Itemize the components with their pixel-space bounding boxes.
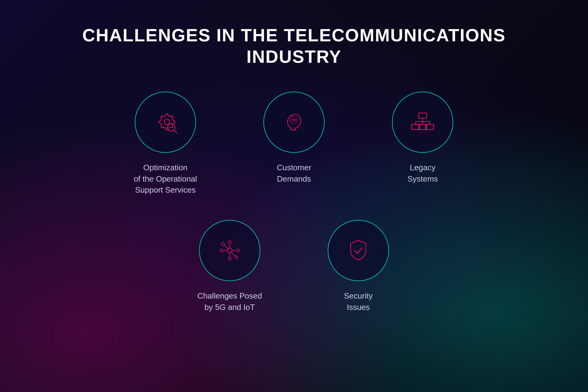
top-row: Optimizationof the OperationalSupport Se…	[132, 92, 456, 195]
challenge-optimization: Optimizationof the OperationalSupport Se…	[132, 92, 199, 195]
challenge-legacy: LegacySystems	[389, 92, 456, 195]
svg-point-26	[221, 242, 224, 245]
svg-line-2	[174, 130, 177, 133]
gear-magnify-icon	[152, 108, 179, 136]
shield-check-icon	[345, 237, 372, 264]
svg-point-15	[227, 248, 232, 253]
circle-customer	[263, 92, 325, 153]
label-customer: CustomerDemands	[277, 162, 311, 184]
main-content: CHALLENGES IN THE TELECOMMUNICATIONS IND…	[0, 0, 588, 392]
svg-rect-6	[419, 113, 427, 118]
molecule-icon	[216, 237, 243, 264]
circle-5g-iot	[199, 220, 260, 281]
svg-point-27	[235, 256, 238, 259]
svg-point-25	[236, 249, 239, 252]
svg-point-3	[290, 116, 297, 124]
svg-point-24	[220, 249, 223, 252]
bottom-row: Challenges Posedby 5G and IoT SecurityIs…	[196, 220, 392, 313]
label-5g-iot: Challenges Posedby 5G and IoT	[197, 290, 262, 313]
challenge-5g-iot: Challenges Posedby 5G and IoT	[196, 220, 263, 313]
network-diagram-icon	[409, 108, 436, 136]
circle-optimization	[135, 92, 196, 153]
label-optimization: Optimizationof the OperationalSupport Se…	[134, 162, 197, 195]
circle-security	[328, 220, 389, 281]
svg-line-20	[224, 245, 228, 249]
challenge-security: SecurityIssues	[325, 220, 392, 313]
circle-legacy	[392, 92, 453, 153]
page-title: CHALLENGES IN THE TELECOMMUNICATIONS IND…	[82, 24, 506, 67]
label-security: SecurityIssues	[344, 290, 373, 313]
title-section: CHALLENGES IN THE TELECOMMUNICATIONS IND…	[82, 24, 506, 67]
svg-line-21	[232, 252, 235, 256]
challenge-customer: CustomerDemands	[260, 92, 328, 195]
svg-point-23	[228, 257, 231, 260]
label-legacy: LegacySystems	[407, 162, 438, 184]
svg-point-22	[228, 241, 231, 244]
svg-point-0	[164, 119, 170, 125]
head-brain-icon	[280, 108, 308, 136]
